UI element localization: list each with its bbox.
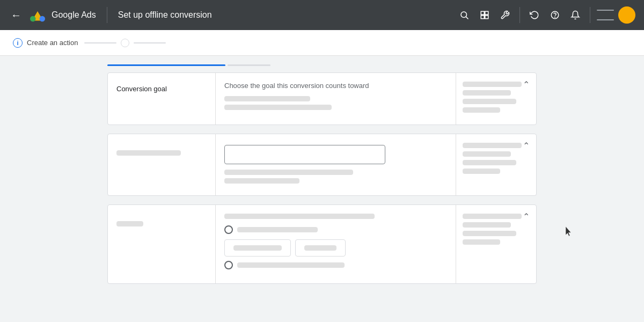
radio-2-circle (224, 261, 233, 269)
card1-placeholder-1 (224, 96, 310, 101)
card2-right-3 (463, 160, 516, 165)
help-button[interactable] (547, 7, 563, 23)
wrench-icon (500, 10, 510, 20)
page-title-label: Set up offline conversion (118, 10, 212, 20)
form-tabs (107, 64, 537, 68)
main-content: Conversion goal Choose the goal this con… (0, 56, 644, 322)
card2-main (215, 134, 456, 195)
card1-right-4 (463, 107, 500, 113)
menu-line-2 (597, 19, 614, 20)
app-name-label: Google Ads (52, 10, 96, 20)
notifications-button[interactable] (567, 7, 583, 23)
value-btn-1[interactable] (224, 239, 291, 257)
tools-button[interactable] (497, 7, 513, 23)
refresh-button[interactable] (526, 7, 543, 23)
nav-divider-1 (107, 7, 107, 23)
svg-rect-8 (485, 16, 488, 19)
back-button[interactable]: ← (9, 7, 24, 24)
card2-hint-2 (224, 178, 299, 184)
card1-main: Choose the goal this conversion counts t… (215, 73, 456, 125)
value-btn-2[interactable] (295, 239, 346, 257)
btn2-label (304, 245, 336, 251)
svg-point-2 (30, 16, 36, 22)
card3-right-2 (463, 222, 511, 228)
value-card: ⌃ (107, 204, 537, 284)
bell-icon (570, 10, 580, 20)
conversion-goal-card: Conversion goal Choose the goal this con… (107, 72, 537, 125)
step-connector (84, 39, 166, 47)
svg-point-3 (461, 12, 467, 18)
svg-rect-6 (485, 11, 488, 14)
grid-icon (480, 10, 489, 20)
step-dot (121, 39, 129, 47)
card1-chevron[interactable]: ⌃ (523, 79, 530, 90)
menu-line-1 (597, 10, 614, 11)
card3-inner (108, 205, 536, 283)
card2-label-line (116, 150, 181, 156)
card2-right-4 (463, 169, 500, 174)
svg-point-1 (40, 16, 46, 22)
search-icon (459, 10, 469, 20)
google-ads-logo (30, 8, 45, 23)
svg-rect-7 (481, 16, 484, 19)
card3-title-line (224, 214, 375, 219)
goal-description: Choose the goal this conversion counts t… (224, 82, 447, 90)
name-input[interactable] (224, 145, 385, 164)
card2-inner (108, 134, 536, 195)
svg-rect-5 (481, 11, 484, 14)
card2-right-1 (463, 143, 522, 148)
card2-chevron[interactable]: ⌃ (523, 141, 530, 151)
nav-right (456, 6, 635, 24)
steps-bar: i Create an action (0, 30, 644, 56)
nav-left: ← Google Ads Set up offline conversion (9, 7, 212, 24)
svg-line-4 (466, 17, 468, 19)
card2-left (108, 134, 215, 195)
card2-right-2 (463, 151, 511, 157)
card3-label-line (116, 221, 143, 226)
radio-option-1[interactable] (224, 225, 447, 234)
card2-hint-1 (224, 170, 353, 175)
card3-right-1 (463, 214, 522, 219)
radio-1-label (237, 227, 318, 232)
dashboard-button[interactable] (477, 7, 493, 23)
tab-active (107, 64, 225, 66)
tab-inactive (228, 64, 270, 66)
btn1-label (233, 245, 282, 251)
radio-1-circle (224, 225, 233, 234)
btn-group (224, 239, 447, 257)
card1-placeholder-2 (224, 105, 332, 110)
step-line-2 (134, 42, 166, 43)
user-avatar[interactable] (618, 6, 635, 24)
step-1-icon: i (13, 38, 23, 48)
name-card: ⌃ (107, 134, 537, 196)
refresh-icon (530, 10, 539, 20)
help-icon (550, 10, 560, 20)
card3-right-3 (463, 231, 516, 236)
step-line-1 (84, 42, 116, 43)
card1-right-1 (463, 82, 522, 87)
radio-2-label (237, 262, 345, 268)
card1-label: Conversion goal (116, 85, 167, 93)
card1-inner: Conversion goal Choose the goal this con… (108, 73, 536, 125)
user-menu-lines[interactable] (597, 10, 614, 20)
svg-point-10 (555, 17, 555, 17)
step-1: i Create an action (13, 38, 78, 48)
radio-option-2[interactable] (224, 261, 447, 269)
nav-separator (519, 7, 520, 23)
nav-separator-2 (590, 7, 590, 23)
card3-left (108, 205, 215, 283)
card3-right-4 (463, 239, 500, 245)
card1-left: Conversion goal (108, 73, 215, 125)
step-1-label: Create an action (27, 39, 78, 47)
search-button[interactable] (456, 7, 472, 23)
card3-chevron[interactable]: ⌃ (523, 211, 530, 222)
card3-main (215, 205, 456, 283)
top-navigation: ← Google Ads Set up offline conversion (0, 0, 644, 30)
card1-right-2 (463, 90, 511, 96)
card1-right-3 (463, 99, 516, 104)
